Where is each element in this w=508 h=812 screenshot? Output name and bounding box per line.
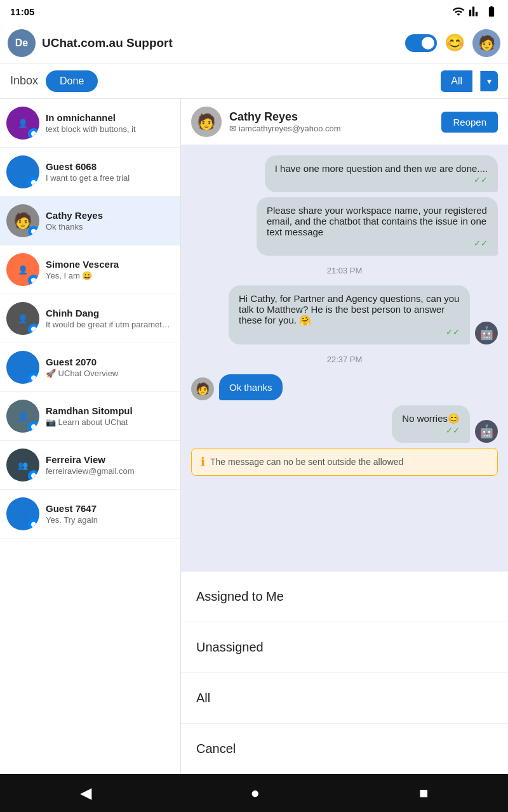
app-header: De UChat.com.au Support 😊 🧑: [0, 23, 508, 63]
list-item[interactable]: 👤 Chinh Dang It would be great if utm pa…: [0, 294, 180, 343]
done-button[interactable]: Done: [46, 70, 98, 92]
dropdown-item-unassigned[interactable]: Unassigned: [181, 622, 508, 673]
bot-avatar: 🤖: [475, 420, 498, 443]
messenger-badge: [28, 519, 39, 530]
conv-info: Ramdhan Sitompul 📷 Learn about UChat: [46, 405, 174, 427]
messenger-badge: [28, 177, 39, 188]
app-avatar: De: [8, 29, 36, 57]
conv-preview: ferreiraview@gmail.com: [46, 466, 174, 476]
messenger-badge: [28, 372, 39, 384]
main-layout: 👤 In omnichannel text block with buttons…: [0, 99, 508, 774]
conv-info: Simone Vescera Yes, I am 😀: [46, 259, 174, 280]
conv-name: Chinh Dang: [46, 308, 174, 318]
nav-bar: ◀ ● ■: [0, 774, 508, 812]
email-icon: ✉: [229, 124, 236, 133]
home-button[interactable]: ●: [251, 784, 260, 802]
conv-preview: Yes. Try again: [46, 515, 174, 525]
chat-contact-info: Cathy Reyes ✉ iamcathyreyes@yahoo.com: [229, 110, 434, 133]
dropdown-item-assigned[interactable]: Assigned to Me: [181, 572, 508, 622]
list-item[interactable]: 🧑 Cathy Reyes Ok thanks: [0, 197, 180, 246]
status-bar: 11:05: [0, 0, 508, 23]
message-bubble: Hi Cathy, for Partner and Agency questio…: [229, 285, 470, 344]
wifi-icon: [452, 5, 465, 18]
battery-icon: [485, 5, 498, 18]
list-item[interactable]: 👤 Guest 6068 I want to get a free trial: [0, 148, 180, 197]
status-toggle[interactable]: [405, 34, 437, 52]
conv-name: Simone Vescera: [46, 259, 174, 270]
conv-preview: 🚀 UChat Overview: [46, 369, 174, 378]
messenger-badge: [28, 470, 39, 481]
conv-info: In omnichannel text block with buttons, …: [46, 112, 174, 134]
info-icon: ℹ: [201, 455, 205, 469]
bot-avatar: 🤖: [475, 322, 498, 344]
all-filter-button[interactable]: All: [441, 70, 472, 92]
status-time: 11:05: [10, 6, 34, 17]
avatar: 👤: [6, 155, 39, 188]
chat-contact-email: ✉ iamcathyreyes@yahoo.com: [229, 124, 434, 133]
messenger-badge: [28, 128, 39, 140]
list-item[interactable]: 👤 In omnichannel text block with buttons…: [0, 99, 180, 148]
list-item[interactable]: 👤 Simone Vescera Yes, I am 😀: [0, 246, 180, 294]
avatar: 👤: [6, 351, 39, 384]
dropdown-item-all[interactable]: All: [181, 673, 508, 724]
reopen-button[interactable]: Reopen: [441, 112, 498, 133]
back-button[interactable]: ◀: [80, 784, 91, 802]
conv-name: In omnichannel: [46, 112, 174, 123]
toolbar-row: Inbox Done All ▾: [0, 63, 508, 99]
avatar: 🧑: [6, 204, 39, 237]
list-item[interactable]: 👤 Guest 7647 Yes. Try again: [0, 490, 180, 539]
message-text: Please share your workspace name, your r…: [267, 205, 488, 237]
conv-name: Cathy Reyes: [46, 210, 174, 221]
conv-info: Cathy Reyes Ok thanks: [46, 210, 174, 232]
message-bubble: Please share your workspace name, your r…: [257, 197, 498, 256]
avatar: 👤: [6, 497, 39, 530]
list-item[interactable]: 👤 Ramdhan Sitompul 📷 Learn about UChat: [0, 392, 180, 441]
info-text: The message can no be sent outside the a…: [210, 457, 403, 467]
message-bubble: Ok thanks: [219, 374, 283, 400]
dropdown-overlay: Assigned to Me Unassigned All Cancel: [181, 572, 508, 774]
chat-contact-name: Cathy Reyes: [229, 110, 434, 124]
recents-button[interactable]: ■: [419, 784, 429, 802]
avatar: 👤: [6, 107, 39, 140]
message-tick: ✓✓: [402, 426, 460, 435]
conv-name: Guest 6068: [46, 161, 174, 172]
avatar: 👤: [6, 302, 39, 335]
message-tick: ✓✓: [275, 175, 488, 185]
conv-info: Chinh Dang It would be great if utm para…: [46, 308, 174, 329]
list-item[interactable]: 👥 Ferreira View ferreiraview@gmail.com: [0, 441, 180, 490]
chat-contact-avatar: 🧑: [191, 107, 222, 137]
messenger-badge: [28, 421, 39, 433]
dropdown-item-cancel[interactable]: Cancel: [181, 724, 508, 774]
avatar: 👤: [6, 400, 39, 433]
info-bar: ℹ The message can no be sent outside the…: [191, 448, 498, 476]
avatar: 👥: [6, 449, 39, 481]
conv-name: Guest 2070: [46, 357, 174, 367]
message-row: I have one more question and then we are…: [191, 155, 498, 192]
emoji-button[interactable]: 😊: [443, 32, 466, 55]
inbox-label: Inbox: [10, 74, 38, 88]
conv-name: Ramdhan Sitompul: [46, 405, 174, 416]
message-row: Hi Cathy, for Partner and Agency questio…: [191, 285, 498, 344]
signal-icon: [469, 5, 481, 18]
message-text: I have one more question and then we are…: [275, 163, 488, 174]
conv-preview: I want to get a free trial: [46, 173, 174, 183]
conv-info: Guest 2070 🚀 UChat Overview: [46, 357, 174, 378]
message-timestamp: 21:03 PM: [191, 266, 498, 275]
user-profile-avatar[interactable]: 🧑: [472, 29, 500, 57]
conversation-list: 👤 In omnichannel text block with buttons…: [0, 99, 181, 774]
message-tick: ✓✓: [239, 327, 460, 337]
avatar: 👤: [6, 253, 39, 286]
chat-panel: 🧑 Cathy Reyes ✉ iamcathyreyes@yahoo.com …: [181, 99, 508, 774]
filter-chevron-button[interactable]: ▾: [480, 71, 498, 91]
message-text: Hi Cathy, for Partner and Agency questio…: [239, 293, 460, 326]
list-item[interactable]: 👤 Guest 2070 🚀 UChat Overview: [0, 343, 180, 392]
app-title: UChat.com.au Support: [42, 36, 399, 50]
conv-preview: Yes, I am 😀: [46, 271, 174, 280]
chat-header: 🧑 Cathy Reyes ✉ iamcathyreyes@yahoo.com …: [181, 99, 508, 145]
conv-preview: Ok thanks: [46, 222, 174, 232]
conv-name: Guest 7647: [46, 503, 174, 514]
status-icons: [452, 5, 498, 18]
message-bubble: I have one more question and then we are…: [265, 155, 498, 192]
message-text: Ok thanks: [229, 382, 272, 393]
message-text: No worries😊: [402, 413, 460, 424]
